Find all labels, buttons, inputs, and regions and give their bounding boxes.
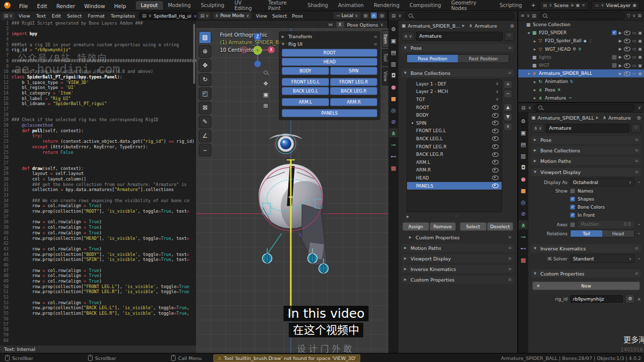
decorator-dot-icon[interactable]: •: [637, 232, 641, 236]
filter-icon[interactable]: ▽: [627, 14, 630, 18]
rig-button-front-leg-l[interactable]: FRONT LEG.L: [282, 78, 329, 86]
sidebar-tab-view[interactable]: View: [382, 67, 388, 85]
workspace-tab-animation[interactable]: Animation: [333, 1, 369, 10]
visibility-eye-icon[interactable]: [492, 160, 499, 164]
camera-icon[interactable]: ▣: [638, 71, 642, 76]
collection-lights[interactable]: ▦lights▶▭▣: [518, 53, 644, 61]
deselect-button[interactable]: Deselect: [487, 222, 514, 231]
monitor-icon[interactable]: ▭: [632, 71, 636, 76]
names-checkbox[interactable]: [570, 189, 575, 194]
cursor-icon[interactable]: ▶: [619, 47, 622, 51]
assign-button[interactable]: Assign: [403, 222, 429, 231]
rig-button-head[interactable]: HEAD: [282, 58, 377, 66]
text-menu-select[interactable]: Select: [64, 13, 85, 19]
new-collection-icon[interactable]: ⊞: [637, 14, 641, 18]
cursor-tool[interactable]: ⊕: [199, 45, 211, 58]
collection-wgt[interactable]: ▦WGT▶▭▣: [518, 61, 644, 69]
blender-logo-icon[interactable]: [4, 2, 11, 9]
inverse-kinematics-panel-header[interactable]: ▼ Inverse Kinematics ≡: [531, 244, 641, 252]
chevron-down-icon[interactable]: ∨: [496, 97, 499, 102]
tab-bone[interactable]: ⊸: [519, 232, 528, 241]
rig-button-back-leg-l[interactable]: BACK LEG.L: [282, 87, 329, 95]
expander-icon[interactable]: ▶: [532, 39, 537, 43]
bone-collection-layer-2-mch[interactable]: Layer 2 - MCH∨: [407, 88, 502, 96]
armature-animation[interactable]: ▶↻Animation↻: [518, 77, 644, 85]
tab-render[interactable]: ▣: [389, 36, 398, 45]
tab-texture[interactable]: ▩: [519, 255, 528, 264]
copy-icon[interactable]: ▣: [576, 4, 580, 8]
hide-viewport-icon[interactable]: [624, 39, 630, 43]
workspace-tab-scripting[interactable]: Scripting: [495, 1, 527, 10]
zoom-icon[interactable]: [264, 69, 268, 76]
breadcrumb-object[interactable]: Armature_SPIDER_B...: [408, 23, 460, 29]
pin-icon[interactable]: ⊕: [571, 4, 574, 8]
visibility-eye-icon[interactable]: [492, 105, 499, 110]
tab-physics[interactable]: ◎: [389, 105, 398, 114]
workspace-tab-modeling[interactable]: Modeling: [163, 1, 196, 10]
text-menu-view[interactable]: View: [16, 13, 33, 19]
bone-collection-head[interactable]: HEAD: [407, 174, 502, 182]
shapes-checkbox[interactable]: [570, 197, 575, 202]
tab-constraints[interactable]: ⊘: [389, 117, 398, 126]
monitor-icon[interactable]: ▭: [632, 63, 636, 68]
bone-collection-front-leg-r[interactable]: FRONT LEG.R: [407, 143, 502, 151]
editor-type-button[interactable]: ▤ ∨: [198, 12, 211, 19]
pose-panel-header[interactable]: ▼ Pose ≡: [401, 44, 514, 52]
x-mirror-icon[interactable]: ⋈: [329, 23, 333, 27]
editor-type-icon[interactable]: ▤: [532, 14, 536, 18]
chevron-down-icon[interactable]: ∨: [496, 89, 499, 94]
outliner-search[interactable]: [538, 12, 625, 20]
cursor-icon[interactable]: ▶: [619, 39, 622, 43]
specials-button[interactable]: ∨: [504, 123, 512, 131]
decorator-dot-icon[interactable]: •: [637, 180, 641, 185]
viewport-menu-select[interactable]: Select: [270, 13, 289, 19]
rig-button-body[interactable]: BODY: [282, 67, 329, 75]
tab-bone-constraint[interactable]: ⊷: [519, 243, 528, 252]
armature-pose[interactable]: ▶⋔Pose⋔: [518, 86, 644, 94]
expander-icon[interactable]: ▼: [526, 72, 531, 75]
bone-collection-arm-l[interactable]: ARM.L: [407, 158, 502, 166]
copy-icon[interactable]: ▣: [632, 4, 636, 8]
visibility-eye-icon[interactable]: [492, 129, 499, 133]
visibility-eye-icon[interactable]: [492, 152, 499, 157]
tab-object-data[interactable]: ⋔: [389, 128, 398, 137]
viewport-menu-pose[interactable]: Pose: [289, 13, 305, 19]
pose-options-dropdown[interactable]: Pose Options ∨: [347, 22, 383, 28]
viewport-menu-view[interactable]: View: [253, 13, 270, 19]
mirror-x-button[interactable]: X: [336, 22, 344, 28]
panel-motion-paths[interactable]: ▶Motion Paths≡: [401, 244, 514, 252]
visibility-eye-icon[interactable]: [492, 113, 499, 118]
tab-tool[interactable]: ⚙: [389, 24, 398, 33]
collection-p2d-spider[interactable]: ▼▦P2D_SPIDER▶▭▣: [518, 29, 644, 37]
hide-viewport-icon[interactable]: [624, 31, 630, 35]
monitor-icon[interactable]: ▭: [632, 31, 636, 35]
tab-texture[interactable]: ▩: [389, 163, 398, 172]
bone-collections-panel-header[interactable]: ▼ Bone Collections ≡: [401, 69, 514, 77]
grid-icon[interactable]: ⊞: [264, 103, 268, 109]
workspace-tab-shading[interactable]: Shading: [302, 1, 333, 10]
rig-ui-panel-header[interactable]: ▼ Rig UI ≡: [282, 40, 377, 48]
code-area[interactable]: 1### RigUI Script generated by Bone Laye…: [0, 21, 196, 345]
visibility-eye-icon[interactable]: [492, 136, 499, 141]
bone-collection-layer-1-def[interactable]: Layer 1 - DEF∨: [407, 80, 502, 88]
armature-name-field[interactable]: Armature: [416, 32, 503, 41]
properties-search[interactable]: [534, 104, 635, 112]
rig-button-spin[interactable]: SPIN: [330, 67, 377, 75]
rest-position-button[interactable]: Rest Position: [458, 55, 509, 62]
viewport-canvas[interactable]: ▧⊕✥↻◰⊠✎∠⌣ Front Orthographic (1) Armatur…: [196, 28, 388, 353]
properties-search[interactable]: [404, 12, 514, 20]
text-menu-text[interactable]: Text: [33, 13, 49, 19]
head-button[interactable]: Head: [602, 230, 634, 237]
axes-checkbox[interactable]: [570, 222, 575, 227]
camera-icon[interactable]: ▣: [638, 31, 642, 35]
mode-selector[interactable]: ⋔ Pose Mode ∨: [212, 12, 252, 19]
monitor-icon[interactable]: ▭: [632, 55, 636, 59]
rig-id-field[interactable]: rb9pvmynhijz: [570, 295, 623, 303]
rig-button-root[interactable]: ROOT: [282, 49, 377, 57]
properties-editor-icon[interactable]: ▤: [391, 14, 396, 18]
monitor-icon[interactable]: ▭: [632, 39, 636, 43]
delete-property-icon[interactable]: ×: [637, 297, 641, 302]
text-menu-format[interactable]: Format: [85, 13, 108, 19]
rig-button-arm-l[interactable]: ARM.L: [282, 98, 329, 106]
pose-position-button[interactable]: Pose Position: [407, 55, 458, 62]
